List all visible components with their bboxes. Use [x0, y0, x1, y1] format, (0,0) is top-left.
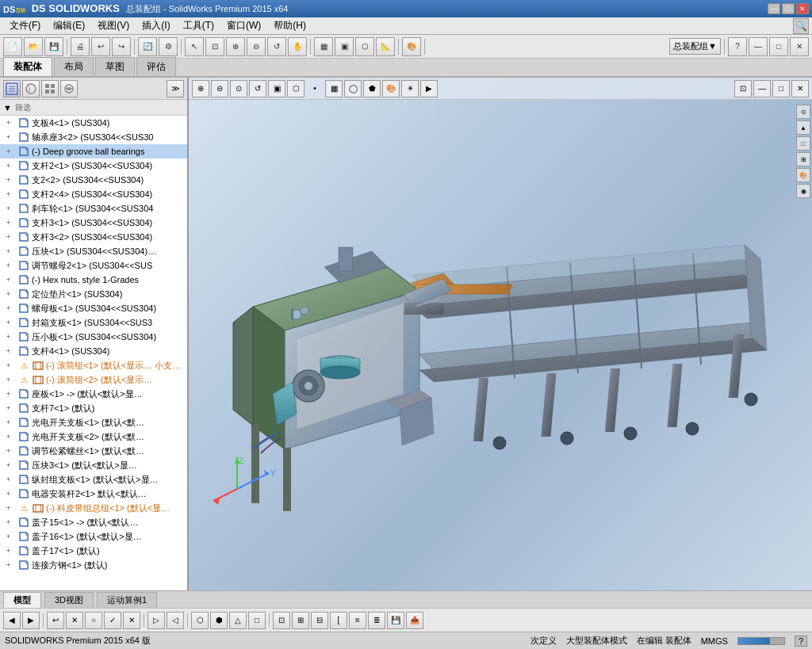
tree-expander[interactable]: + [6, 190, 17, 198]
vp-close-view[interactable]: ✕ [791, 80, 809, 97]
zoom-fit-button[interactable]: ⊡ [205, 37, 224, 56]
tree-item[interactable]: +纵封组支板<1> (默认<默认>显… [0, 472, 187, 487]
menu-edit[interactable]: 编辑(E) [47, 17, 91, 34]
cmd-list[interactable]: ≡ [349, 612, 366, 629]
cmd-back[interactable]: ◀ [3, 612, 21, 629]
tree-item[interactable]: +支杆2<1> (SUS304<<SUS304) [0, 158, 187, 173]
tree-item[interactable]: +压块3<1> (默认<默认>显… [0, 458, 187, 472]
tree-expander[interactable]: + [6, 447, 17, 455]
vp-more[interactable]: ▶ [420, 80, 438, 97]
feature-manager-btn[interactable] [3, 80, 21, 97]
tree-item[interactable]: +⚠(-) 科皮带组总组<1> (默认<显… [0, 501, 187, 515]
help-button[interactable]: ? [728, 37, 747, 56]
tree-item[interactable]: +支杆3<1> (SUS304<<SUS304) [0, 216, 187, 230]
vp-zoom-in[interactable]: ⊕ [192, 80, 209, 97]
tree-expander[interactable]: + [6, 333, 17, 341]
vp-appearance-btn[interactable]: 🎨 [796, 168, 810, 182]
tab-assembly[interactable]: 装配体 [3, 57, 52, 76]
vp-min-view[interactable]: — [753, 80, 771, 97]
tree-expander[interactable]: + [6, 518, 17, 526]
tree-expander[interactable]: + [6, 390, 17, 398]
appearance-button[interactable]: 🎨 [402, 37, 421, 56]
tree-expander[interactable]: + [6, 290, 17, 298]
tree-expander[interactable]: + [6, 561, 17, 569]
tree-expander[interactable]: + [6, 147, 17, 155]
tree-item[interactable]: +⚠(-) 滚筒组<2> (默认<显示… [0, 372, 187, 387]
tree-expander[interactable]: + [6, 162, 17, 170]
vp-view2[interactable]: ⬡ [287, 80, 304, 97]
print-button[interactable]: 🖨 [71, 37, 90, 56]
tree-expander[interactable]: + [6, 219, 17, 227]
config-manager-btn[interactable] [41, 80, 59, 97]
cmd-tri[interactable]: △ [229, 612, 247, 629]
measure-button[interactable]: 📐 [376, 37, 395, 56]
vp-zoom-out[interactable]: ⊖ [211, 80, 228, 97]
search-button[interactable]: 🔍 [793, 18, 809, 34]
bottom-tab-model[interactable]: 模型 [3, 592, 41, 608]
vp-look-btn[interactable]: ▲ [796, 120, 810, 135]
tree-expander[interactable]: + [6, 361, 17, 369]
tree-item[interactable]: +支板4<1> (SUS304) [0, 116, 187, 130]
tree-item[interactable]: +刹车轮<1> (SUS304<<SUS304 [0, 201, 187, 216]
tb-close[interactable]: ✕ [790, 37, 809, 56]
vp-display2[interactable]: ◯ [344, 80, 362, 97]
select-button[interactable]: ↖ [185, 37, 204, 56]
menu-help[interactable]: 帮助(H) [267, 17, 312, 34]
vp-grid-btn[interactable]: ⊞ [796, 152, 810, 166]
cmd-list2[interactable]: ≣ [368, 612, 385, 629]
tree-item[interactable]: +压小板<1> (SUS304<<SUS304) [0, 330, 187, 344]
zoom-in-button[interactable]: ⊕ [226, 37, 245, 56]
menu-insert[interactable]: 插入(I) [136, 17, 176, 34]
rotate-button[interactable]: ↺ [267, 37, 286, 56]
tree-expander[interactable]: + [6, 376, 17, 384]
tree-expander[interactable]: + [6, 461, 17, 469]
3d-viewport[interactable]: ⊕ ⊖ ⊙ ↺ ▣ ⬡ • ▦ ◯ ⬟ 🎨 ☀ ▶ ⊡ — □ ✕ [189, 78, 812, 590]
status-help[interactable]: ? [795, 636, 807, 647]
new-button[interactable]: 📄 [3, 37, 22, 56]
tree-item[interactable]: +座板<1> -> (默认<默认>显… [0, 387, 187, 401]
tb-max[interactable]: □ [769, 37, 788, 56]
tree-item[interactable]: +电器安装杆2<1> 默认<默认… [0, 487, 187, 501]
cmd-circle[interactable]: ○ [85, 612, 102, 629]
tree-expander[interactable]: + [6, 119, 17, 127]
pan-button[interactable]: ✋ [288, 37, 307, 56]
section-button[interactable]: ⬡ [355, 37, 374, 56]
cmd-cancel[interactable]: ✕ [66, 612, 83, 629]
vp-zoom-fit[interactable]: ⊙ [230, 80, 247, 97]
tree-expander[interactable]: + [6, 319, 17, 326]
tree-expander[interactable]: + [6, 276, 17, 284]
save-button[interactable]: 💾 [44, 37, 63, 56]
assembly-dropdown[interactable]: 总装配组▼ [669, 38, 721, 55]
vp-display3[interactable]: ⬟ [363, 80, 381, 97]
tab-evaluate[interactable]: 评估 [136, 57, 176, 76]
bottom-tab-motion[interactable]: 运动算例1 [97, 592, 157, 608]
feature-tree[interactable]: +支板4<1> (SUS304)+轴承座3<2> (SUS304<<SUS30+… [0, 116, 187, 590]
cmd-undo[interactable]: ↩ [47, 612, 64, 629]
tree-item[interactable]: +支杆3<2> (SUS304<<SUS304) [0, 230, 187, 244]
cmd-hex2[interactable]: ⬢ [210, 612, 228, 629]
tree-item[interactable]: +支杆2<4> (SUS304<<SUS304) [0, 187, 187, 201]
tree-item[interactable]: +光电开关支板<1> (默认<默… [0, 415, 187, 429]
tree-expander[interactable]: + [6, 418, 17, 426]
menu-tools[interactable]: 工具(T) [177, 17, 220, 34]
vp-display1[interactable]: ▦ [325, 80, 343, 97]
tree-expander[interactable]: + [6, 133, 17, 141]
cmd-play[interactable]: ▷ [147, 612, 165, 629]
panel-expand-btn[interactable]: ≫ [167, 80, 184, 97]
tree-item[interactable]: +支杆7<1> (默认) [0, 401, 187, 415]
cmd-share[interactable]: 📤 [406, 612, 423, 629]
tree-expander[interactable]: + [6, 176, 17, 184]
open-button[interactable]: 📂 [24, 37, 43, 56]
close-button[interactable]: ✕ [796, 3, 809, 14]
tree-item[interactable]: +压块<1> (SUS304<<SUS304)… [0, 244, 187, 258]
tab-layout[interactable]: 布局 [54, 57, 94, 76]
tree-item[interactable]: +(-) Deep groove ball bearings [0, 144, 187, 158]
rebuild-button[interactable]: 🔄 [138, 37, 157, 56]
tree-item[interactable]: +轴承座3<2> (SUS304<<SUS30 [0, 130, 187, 144]
cmd-sq[interactable]: □ [248, 612, 266, 629]
vp-realview2-btn[interactable]: ◉ [796, 184, 810, 198]
tree-item[interactable]: +调节螺母2<1> (SUS304<<SUS [0, 258, 187, 273]
tree-item[interactable]: +连接方钢<1> (默认) [0, 558, 187, 572]
tree-expander[interactable]: + [6, 533, 17, 540]
display-manager-btn[interactable] [60, 80, 78, 97]
